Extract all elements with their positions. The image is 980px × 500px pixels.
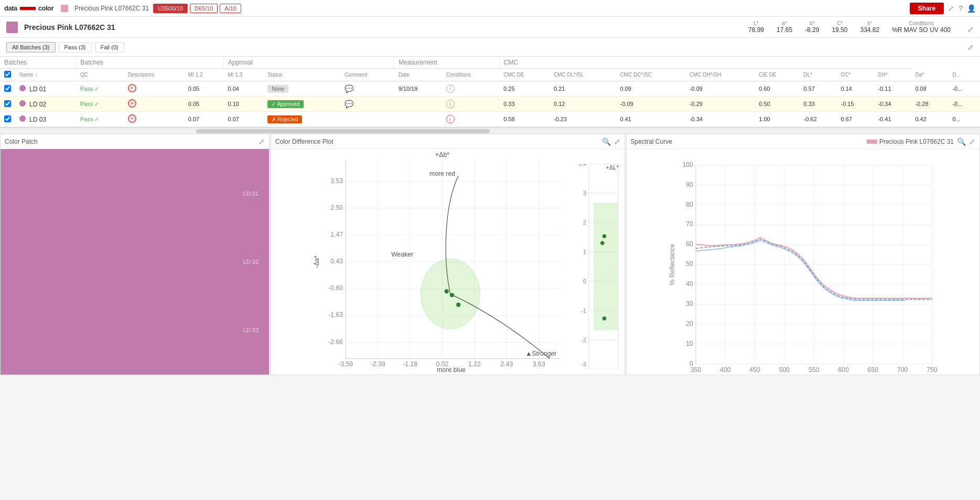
svg-text:more red: more red xyxy=(429,170,455,177)
spectral-search-icon[interactable]: 🔍 xyxy=(957,137,966,146)
svg-text:0: 0 xyxy=(583,278,586,284)
col-cmc-dh: CMC DH*/SH xyxy=(685,69,755,81)
color-patch-expand-icon[interactable]: ⤢ xyxy=(259,137,265,146)
svg-text:-3.59: -3.59 xyxy=(338,360,353,368)
svg-text:550: 550 xyxy=(808,366,819,374)
patch-label-ld01: LD 01 xyxy=(11,190,259,197)
metric-L-value: 78.99 xyxy=(748,26,764,34)
data-point-1 xyxy=(450,293,454,297)
table-row: LD 01 Pass ✓ 0.05 0.04 None 💬 9/10/19 i xyxy=(0,81,980,97)
row2-comment[interactable]: 💬 xyxy=(340,97,394,112)
row1-target-icon[interactable] xyxy=(128,84,136,92)
col-name[interactable]: Name ↕ xyxy=(15,69,76,81)
row3-color-dot xyxy=(19,115,26,122)
svg-text:90: 90 xyxy=(686,181,693,188)
svg-text:0.43: 0.43 xyxy=(330,258,343,265)
row1-more: -0... xyxy=(948,81,980,97)
svg-text:-2.66: -2.66 xyxy=(328,338,343,346)
patch-label-ld02: LD 02 xyxy=(11,259,259,265)
scrollbar-thumb[interactable] xyxy=(196,129,490,133)
svg-text:1.47: 1.47 xyxy=(330,231,343,238)
row1-checkbox[interactable] xyxy=(4,85,11,92)
help-icon[interactable]: ? xyxy=(959,4,963,13)
svg-text:2: 2 xyxy=(583,219,586,226)
select-all-checkbox[interactable] xyxy=(4,71,11,78)
tab-a10[interactable]: A/10 xyxy=(220,4,241,13)
row2-cie-de: 0.50 xyxy=(755,97,799,112)
spectral-curve-title: Spectral Curve xyxy=(631,138,672,145)
row2-date xyxy=(394,97,442,112)
row3-checkbox[interactable] xyxy=(4,115,11,122)
spectral-svg: 100 90 80 70 60 50 40 30 20 10 0 350 400… xyxy=(627,149,980,375)
spectral-expand-icon[interactable]: ⤢ xyxy=(969,137,975,146)
sub-header: Precious Pink L07662C 31 L* 78.99 a* 17.… xyxy=(0,17,980,38)
row1-comment-icon[interactable]: 💬 xyxy=(344,84,353,93)
group-approval: Approval xyxy=(223,57,394,69)
sub-title: Precious Pink L07662C 31 xyxy=(24,23,115,31)
filter-all[interactable]: All Batches (3) xyxy=(6,42,56,52)
svg-text:3.53: 3.53 xyxy=(330,177,343,185)
filter-fail[interactable]: Fail (0) xyxy=(95,42,124,52)
metric-a-label: a* xyxy=(782,20,787,26)
svg-text:500: 500 xyxy=(779,366,790,374)
col-more: D... xyxy=(948,69,980,81)
row3-cmc-dh: -0.34 xyxy=(685,112,755,127)
tab-d65[interactable]: D65/10 xyxy=(190,4,218,13)
row1-info-icon[interactable]: i xyxy=(446,84,455,93)
share-button[interactable]: Share xyxy=(910,3,944,14)
svg-text:-1.63: -1.63 xyxy=(328,311,343,318)
metric-b: b* -8.29 xyxy=(805,20,819,34)
row2-info-icon[interactable]: i xyxy=(446,100,455,108)
color-swatch-header xyxy=(61,5,68,12)
row3-info-icon[interactable]: i xyxy=(446,115,455,123)
row2-mi13: 0.10 xyxy=(223,97,263,112)
horizontal-scrollbar[interactable] xyxy=(0,127,980,134)
row3-conditions: i xyxy=(442,112,499,127)
row3-name-text: LD 03 xyxy=(29,116,46,123)
spectral-curve-icons: Precious Pink L07662C 31 🔍 ⤢ xyxy=(867,137,975,146)
col-status: Status xyxy=(263,69,340,81)
color-difference-search-icon[interactable]: 🔍 xyxy=(602,137,611,146)
legend-swatch xyxy=(867,140,877,144)
user-icon[interactable]: 👤 xyxy=(967,4,976,13)
row1-conditions: i xyxy=(442,81,499,97)
row2-dc: -0.15 xyxy=(836,97,874,112)
right-mini-chart: 3.4 3 2 1 0 -1 -2 -3 +ΔL* xyxy=(577,164,624,369)
group-batches1: Batches xyxy=(0,57,76,69)
row2-target-icon[interactable] xyxy=(128,99,136,108)
sample-color-swatch xyxy=(6,22,18,33)
row3-status: ✗ Rejected xyxy=(263,112,340,127)
row3-dh: -0.41 xyxy=(874,112,911,127)
col-mi12: MI 1.2 xyxy=(184,69,224,81)
svg-text:2.43: 2.43 xyxy=(500,360,513,368)
row2-checkbox[interactable] xyxy=(4,100,11,107)
sub-expand-icon[interactable]: ⤢ xyxy=(967,25,974,34)
color-difference-expand-icon[interactable]: ⤢ xyxy=(614,137,620,146)
col-cmc-dc: CMC DC*/SC xyxy=(616,69,685,81)
table-row: LD 02 Pass ✓ 0.05 0.10 ✓ Approved 💬 i xyxy=(0,97,980,112)
metric-C: C* 19.50 xyxy=(832,20,847,34)
row1-comment[interactable]: 💬 xyxy=(340,81,394,97)
expand-icon[interactable]: ⤢ xyxy=(948,4,954,13)
row2-comment-icon[interactable]: 💬 xyxy=(344,100,353,108)
filter-expand-icon[interactable]: ⤢ xyxy=(967,43,974,51)
metric-conditions: Conditions %R MAV SO UV 400 xyxy=(892,20,951,34)
color-patch-title: Color Patch xyxy=(5,138,38,145)
row2-descriptors xyxy=(124,97,184,112)
col-dc: DC* xyxy=(836,69,874,81)
row2-name: LD 02 xyxy=(15,97,76,112)
row3-mi12: 0.07 xyxy=(184,112,224,127)
patch-label-ld03: LD 03 xyxy=(11,327,259,333)
row1-qc-badge: Pass ✓ xyxy=(80,86,100,92)
color-difference-header: Color Difference Plot 🔍 ⤢ xyxy=(271,134,624,149)
row3-date xyxy=(394,112,442,127)
svg-rect-37 xyxy=(594,203,618,331)
svg-text:-1: -1 xyxy=(581,307,586,314)
svg-text:3.4: 3.4 xyxy=(578,164,586,167)
filter-pass[interactable]: Pass (3) xyxy=(59,42,92,52)
data-point-2 xyxy=(445,289,449,293)
tab-u3500[interactable]: U3500/10 xyxy=(153,4,188,13)
row3-qc-badge: Pass ✓ xyxy=(80,116,100,122)
row3-target-icon[interactable] xyxy=(128,114,136,123)
metric-L-label: L* xyxy=(753,20,758,26)
